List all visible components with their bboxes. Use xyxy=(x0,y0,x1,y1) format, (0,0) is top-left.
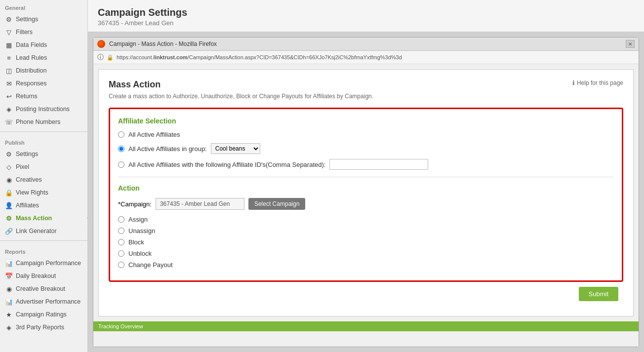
sidebar-item-label: Creative Breakout xyxy=(16,285,65,292)
titlebar-left: Campaign - Mass Action - Mozilla Firefox xyxy=(97,40,217,48)
help-link[interactable]: ℹ Help for this page xyxy=(572,79,623,86)
sidebar-item-label: Responses xyxy=(16,80,47,87)
all-active-affiliates-row: All Active Affiliates xyxy=(118,131,614,138)
affiliates-by-id-row: All Active Affiliates with the following… xyxy=(118,159,614,170)
sidebar-item-campaign-ratings[interactable]: ★ Campaign Ratings xyxy=(0,308,87,321)
mass-action-icon: ⚙ xyxy=(5,214,13,222)
browser-close-button[interactable]: ✕ xyxy=(626,40,635,48)
sidebar-item-label: Returns xyxy=(16,93,38,100)
third-party-reports-icon: ◈ xyxy=(5,323,13,331)
unassign-row: Unassign xyxy=(118,227,614,235)
all-active-affiliates-radio[interactable] xyxy=(118,131,124,138)
sidebar-divider-2 xyxy=(0,240,87,241)
sidebar-item-data-fields[interactable]: ▦ Data Fields xyxy=(0,39,87,51)
settings-icon: ⚙ xyxy=(5,15,13,23)
sidebar-item-label: Posting Instructions xyxy=(16,106,70,113)
sidebar-item-distribution[interactable]: ◫ Distribution xyxy=(0,64,87,77)
sidebar-item-responses[interactable]: ✉ Responses xyxy=(0,77,87,90)
affiliate-ids-input[interactable] xyxy=(329,159,428,170)
affiliates-by-id-radio[interactable] xyxy=(118,161,124,168)
sidebar-item-pub-settings[interactable]: ⚙ Settings xyxy=(0,148,87,160)
sidebar-item-lead-rules[interactable]: ≡ Lead Rules xyxy=(0,51,87,64)
sidebar-item-creative-breakout[interactable]: ◉ Creative Breakout xyxy=(0,282,87,295)
link-generator-icon: 🔗 xyxy=(5,227,13,235)
lock-icon: 🔒 xyxy=(107,54,114,61)
url-suffix: /Campaign/MassAction.aspx?CID=367435&CID… xyxy=(188,54,402,60)
page-header: Campaign Settings 367435 - Amber Lead Ge… xyxy=(88,0,644,32)
sidebar-item-returns[interactable]: ↩ Returns xyxy=(0,90,87,103)
mass-action-subtitle: Create a mass action to Authorize, Unaut… xyxy=(109,93,623,100)
filters-icon: ▽ xyxy=(5,28,13,36)
sidebar-item-daily-breakout[interactable]: 📅 Daily Breakout xyxy=(0,270,87,282)
view-rights-icon: 🔒 xyxy=(5,189,13,196)
change-payout-radio[interactable] xyxy=(118,262,124,268)
sidebar-item-creatives[interactable]: ◉ Creatives xyxy=(0,173,87,186)
returns-icon: ↩ xyxy=(5,92,13,100)
sidebar-item-settings[interactable]: ⚙ Settings xyxy=(0,13,87,26)
sidebar-divider-1 xyxy=(0,131,87,132)
posting-instructions-icon: ◈ xyxy=(5,105,13,113)
unblock-label[interactable]: Unblock xyxy=(128,250,152,257)
sidebar-item-label: Settings xyxy=(16,151,38,157)
submit-button[interactable]: Submit xyxy=(579,287,618,301)
page-title: Campaign Settings xyxy=(98,7,634,18)
tracking-overview-bar[interactable]: Tracking Overview xyxy=(93,321,639,331)
sidebar-item-label: Pixel xyxy=(16,163,29,170)
sidebar-item-pixel[interactable]: ◇ Pixel xyxy=(0,160,87,173)
affiliates-in-group-label[interactable]: All Active Affiliates in group: xyxy=(128,145,207,153)
unassign-label[interactable]: Unassign xyxy=(128,227,155,235)
sidebar-item-filters[interactable]: ▽ Filters xyxy=(0,26,87,39)
mass-action-title: Mass Action xyxy=(109,79,623,90)
affiliates-in-group-radio[interactable] xyxy=(118,146,124,152)
sidebar-item-label: Affiliates xyxy=(16,202,39,209)
sidebar-item-affiliates[interactable]: 👤 Affiliates xyxy=(0,199,87,212)
section-divider xyxy=(118,177,614,177)
creative-breakout-icon: ◉ xyxy=(5,285,13,293)
assign-label[interactable]: Assign xyxy=(128,216,148,223)
action-options: Assign Unassign Block Unblock xyxy=(118,216,614,269)
sidebar-item-view-rights[interactable]: 🔒 View Rights xyxy=(0,186,87,199)
creatives-icon: ◉ xyxy=(5,176,13,184)
block-label[interactable]: Block xyxy=(128,238,144,246)
phone-numbers-icon: ☏ xyxy=(5,118,13,126)
address-url[interactable]: https://account.linktrust.com/Campaign/M… xyxy=(117,54,635,60)
affiliates-by-id-label[interactable]: All Active Affiliates with the following… xyxy=(128,161,325,168)
sidebar-item-posting-instructions[interactable]: ◈ Posting Instructions xyxy=(0,103,87,116)
change-payout-label[interactable]: Change Payout xyxy=(128,261,173,269)
submit-area: Submit xyxy=(109,282,623,306)
select-campaign-button[interactable]: Select Campaign xyxy=(248,198,305,210)
sidebar-item-advertiser-performance[interactable]: 📊 Advertiser Performance xyxy=(0,295,87,308)
sidebar-item-mass-action[interactable]: ⚙ Mass Action xyxy=(0,212,87,225)
campaign-ratings-icon: ★ xyxy=(5,311,13,318)
sidebar-item-label: Lead Rules xyxy=(16,54,47,61)
sidebar-item-label: Mass Action xyxy=(16,215,52,222)
group-dropdown[interactable]: Cool beans xyxy=(211,143,260,154)
block-radio[interactable] xyxy=(118,239,124,245)
advertiser-performance-icon: 📊 xyxy=(5,298,13,306)
sidebar-item-link-generator[interactable]: 🔗 Link Generator xyxy=(0,225,87,237)
unassign-radio[interactable] xyxy=(118,228,124,234)
lead-rules-icon: ≡ xyxy=(5,54,13,62)
help-link-label: Help for this page xyxy=(577,79,623,86)
unblock-radio[interactable] xyxy=(118,250,124,257)
sidebar-item-phone-numbers[interactable]: ☏ Phone Numbers xyxy=(0,116,87,128)
action-title: Action xyxy=(118,184,614,192)
firefox-icon xyxy=(97,40,105,48)
content-inner: ℹ Help for this page Mass Action Create … xyxy=(98,69,634,316)
distribution-icon: ◫ xyxy=(5,67,13,75)
refresh-icon[interactable]: ⓘ xyxy=(97,53,104,62)
mass-action-box: Affiliate Selection All Active Affiliate… xyxy=(109,108,623,282)
sidebar-item-label: 3rd Party Reports xyxy=(16,324,64,331)
sidebar-item-third-party-reports[interactable]: ◈ 3rd Party Reports xyxy=(0,321,87,334)
assign-radio[interactable] xyxy=(118,216,124,223)
browser-titlebar: Campaign - Mass Action - Mozilla Firefox… xyxy=(93,38,639,51)
sidebar-item-campaign-performance[interactable]: 📊 Campaign Performance xyxy=(0,257,87,270)
campaign-row: *Campaign: Select Campaign xyxy=(118,198,614,210)
sidebar-item-label: Phone Numbers xyxy=(16,118,60,125)
all-active-affiliates-label[interactable]: All Active Affiliates xyxy=(128,131,180,138)
affiliate-selection-title: Affiliate Selection xyxy=(118,117,614,125)
sidebar: General ⚙ Settings ▽ Filters ▦ Data Fiel… xyxy=(0,0,88,352)
campaign-input[interactable] xyxy=(156,198,244,210)
sidebar-item-label: Distribution xyxy=(16,67,47,74)
sidebar-item-label: Campaign Ratings xyxy=(16,311,67,318)
